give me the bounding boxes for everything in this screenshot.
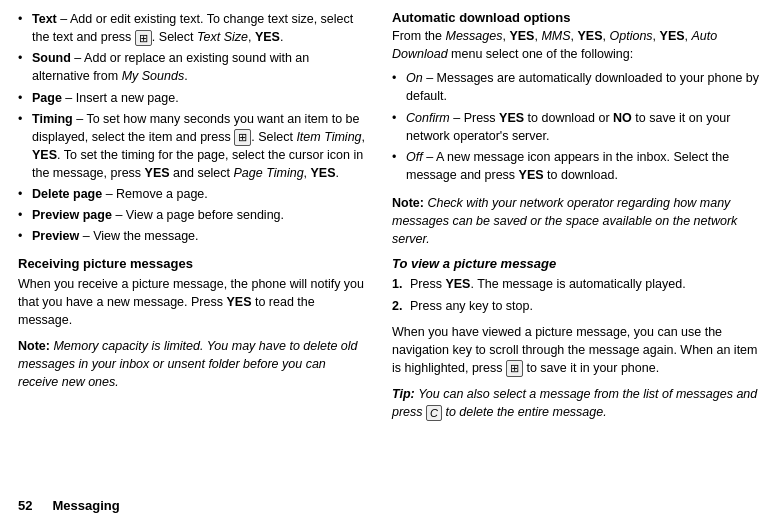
left-column: Text – Add or edit existing text. To cha… xyxy=(0,10,380,523)
view-picture-heading: To view a picture message xyxy=(392,256,762,271)
receiving-messages-body: When you receive a picture message, the … xyxy=(18,275,368,329)
key-icon: ⊞ xyxy=(234,129,251,145)
view-picture-steps: 1. Press YES. The message is automatical… xyxy=(392,275,762,314)
receiving-messages-heading: Receiving picture messages xyxy=(18,256,368,271)
list-item: Text – Add or edit existing text. To cha… xyxy=(18,10,368,46)
note-text: Memory capacity is limited. You may have… xyxy=(18,339,358,389)
list-item: Delete page – Remove a page. xyxy=(18,185,368,203)
page-footer: 52 Messaging xyxy=(18,498,120,513)
section-label: Messaging xyxy=(52,498,119,513)
auto-download-list: On – Messages are automatically download… xyxy=(392,69,762,184)
list-item: Page – Insert a new page. xyxy=(18,89,368,107)
note-label: Note: xyxy=(18,339,50,353)
bullet-list-edit: Text – Add or edit existing text. To cha… xyxy=(18,10,368,246)
note-label: Note: xyxy=(392,196,424,210)
auto-download-note: Note: Check with your network operator r… xyxy=(392,194,762,248)
list-item: Confirm – Press YES to download or NO to… xyxy=(392,109,762,145)
tip-text: You can also select a message from the l… xyxy=(392,387,757,419)
page-number: 52 xyxy=(18,498,32,513)
list-item: Timing – To set how many seconds you wan… xyxy=(18,110,368,183)
right-column: Automatic download options From the Mess… xyxy=(380,10,780,523)
view-picture-body: When you have viewed a picture message, … xyxy=(392,323,762,377)
list-item: On – Messages are automatically download… xyxy=(392,69,762,105)
list-item: 1. Press YES. The message is automatical… xyxy=(392,275,762,293)
auto-download-intro: From the Messages, YES, MMS, YES, Option… xyxy=(392,27,762,63)
tip-block: Tip: You can also select a message from … xyxy=(392,385,762,421)
step-number: 2. xyxy=(392,297,402,315)
key-icon: ⊞ xyxy=(135,30,152,46)
page-container: Text – Add or edit existing text. To cha… xyxy=(0,0,780,523)
key-icon: ⊞ xyxy=(506,360,523,376)
list-item: 2. Press any key to stop. xyxy=(392,297,762,315)
list-item: Off – A new message icon appears in the … xyxy=(392,148,762,184)
c-key-icon: C xyxy=(426,405,442,421)
note-text: Check with your network operator regardi… xyxy=(392,196,737,246)
step-number: 1. xyxy=(392,275,402,293)
list-item: Preview page – View a page before sendin… xyxy=(18,206,368,224)
receiving-note: Note: Memory capacity is limited. You ma… xyxy=(18,337,368,391)
list-item: Preview – View the message. xyxy=(18,227,368,245)
list-item: Sound – Add or replace an existing sound… xyxy=(18,49,368,85)
auto-download-heading: Automatic download options xyxy=(392,10,762,25)
tip-label: Tip: xyxy=(392,387,415,401)
